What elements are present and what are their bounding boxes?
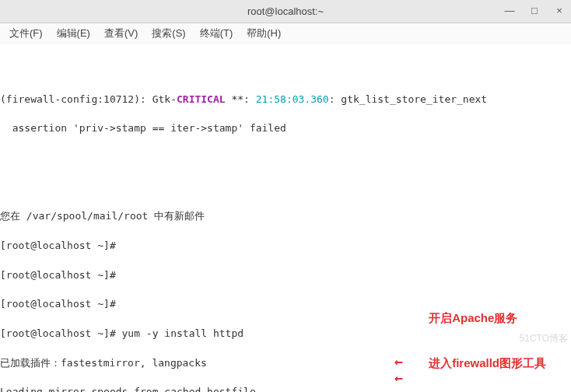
menu-view[interactable]: 查看(V) <box>101 25 141 42</box>
window-title: root@localhost:~ <box>247 5 324 17</box>
gtk-mid: **: <box>226 93 256 105</box>
menu-bar: 文件(F) 编辑(E) 查看(V) 搜索(S) 终端(T) 帮助(H) <box>0 23 571 44</box>
menu-edit[interactable]: 编辑(E) <box>54 25 93 42</box>
window-controls: — □ × <box>503 3 566 17</box>
menu-file[interactable]: 文件(F) <box>6 25 46 42</box>
annotation-line2: 进入firewalld图形工具 <box>429 355 546 371</box>
critical-label: CRITICAL <box>177 93 226 105</box>
arrow-icon: ← <box>394 368 403 388</box>
maximize-icon[interactable]: □ <box>527 3 541 17</box>
loading-mirror: Loading mirror speeds from cached hostfi… <box>0 385 565 392</box>
menu-terminal[interactable]: 终端(T) <box>197 25 236 42</box>
menu-search[interactable]: 搜索(S) <box>149 25 188 42</box>
watermark: 51CTO博客 <box>520 332 568 345</box>
gtk-prefix: (firewall-config:10712): Gtk- <box>0 93 177 105</box>
close-icon[interactable]: × <box>552 3 566 17</box>
terminal-output[interactable]: (firewall-config:10712): Gtk-CRITICAL **… <box>0 44 571 392</box>
assertion-line: assertion 'priv->stamp == iter->stamp' f… <box>0 121 565 136</box>
mail-notice: 您在 /var/spool/mail/root 中有新邮件 <box>0 209 565 224</box>
menu-help[interactable]: 帮助(H) <box>243 25 284 42</box>
title-bar: root@localhost:~ — □ × <box>0 0 571 23</box>
minimize-icon[interactable]: — <box>503 3 517 17</box>
timestamp: 21:58:03.360 <box>256 93 329 105</box>
prompt-line: [root@localhost ~]# <box>0 239 565 254</box>
gtk-after: : gtk_list_store_iter_next <box>329 93 488 105</box>
annotation-line1: 开启Apache服务 <box>429 310 546 326</box>
